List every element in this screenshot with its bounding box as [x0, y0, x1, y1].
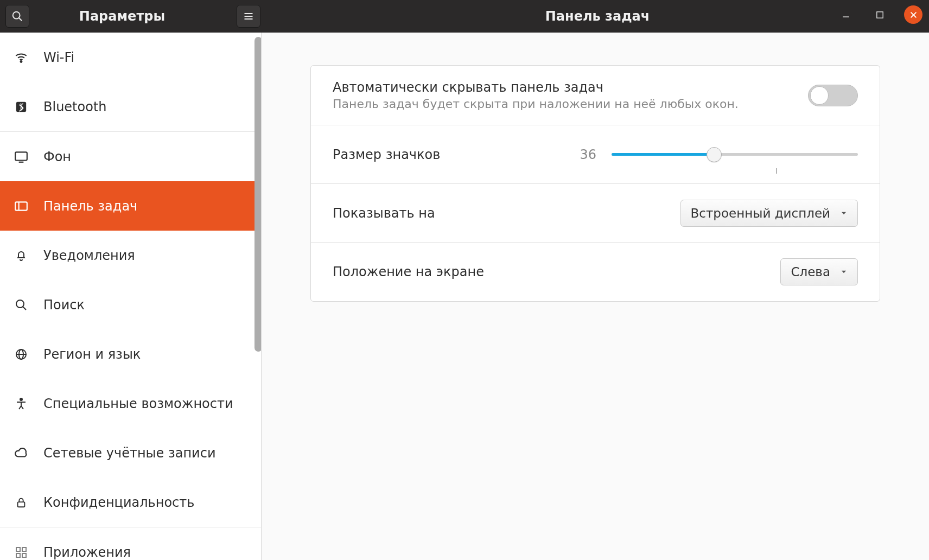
- svg-rect-20: [18, 502, 25, 507]
- show-on-label: Показывать на: [333, 206, 435, 221]
- settings-panel: Автоматически скрывать панель задач Пане…: [310, 65, 880, 302]
- app-title: Параметры: [8, 9, 237, 24]
- svg-rect-21: [16, 548, 20, 551]
- lock-icon: [14, 495, 28, 510]
- sidebar-item-region[interactable]: Регион и язык: [0, 329, 261, 379]
- headerbar: Параметры Панель задач: [0, 0, 929, 33]
- svg-rect-22: [22, 548, 26, 551]
- icon-size-label: Размер значков: [333, 147, 440, 162]
- page-title: Панель задач: [545, 9, 650, 24]
- slider-fill: [612, 153, 714, 156]
- switch-knob: [810, 86, 829, 105]
- slider-track: [612, 153, 858, 156]
- sidebar-item-label: Конфиденциальность: [43, 495, 194, 510]
- row-icon-size: Размер значков 36: [311, 125, 880, 184]
- show-on-value: Встроенный дисплей: [691, 206, 830, 220]
- content: Автоматически скрывать панель задач Пане…: [262, 33, 929, 560]
- position-label: Положение на экране: [333, 264, 484, 279]
- slider-tick: [776, 168, 777, 174]
- minimize-button[interactable]: [837, 5, 855, 24]
- sidebar-item-label: Панель задач: [43, 199, 137, 214]
- sidebar-item-dock[interactable]: Панель задач: [0, 181, 261, 231]
- sidebar-item-background[interactable]: Фон: [0, 132, 261, 181]
- sidebar-item-apps[interactable]: Приложения: [0, 527, 261, 560]
- row-position: Положение на экране Слева: [311, 243, 880, 301]
- sidebar-item-online-accounts[interactable]: Сетевые учётные записи: [0, 428, 261, 478]
- sidebar-item-label: Приложения: [43, 545, 131, 560]
- sidebar-item-label: Уведомления: [43, 248, 135, 263]
- svg-rect-6: [876, 11, 882, 17]
- cloud-icon: [14, 446, 28, 460]
- window-controls: [837, 5, 922, 24]
- sidebar-item-label: Bluetooth: [43, 99, 107, 114]
- scrollbar[interactable]: [254, 37, 262, 352]
- icon-size-slider[interactable]: [612, 145, 858, 164]
- position-combo[interactable]: Слева: [780, 258, 858, 285]
- icon-size-control: 36: [572, 145, 858, 164]
- maximize-button[interactable]: [870, 5, 889, 24]
- row-show-on: Показывать на Встроенный дисплей: [311, 184, 880, 243]
- svg-rect-11: [15, 152, 27, 160]
- autohide-title: Автоматически скрывать панель задач: [333, 80, 808, 95]
- sidebar-item-label: Регион и язык: [43, 347, 141, 362]
- hamburger-icon: [243, 11, 254, 22]
- sidebar-item-label: Wi-Fi: [43, 50, 74, 65]
- position-value: Слева: [791, 265, 830, 279]
- sidebar-item-bluetooth[interactable]: Bluetooth: [0, 82, 261, 131]
- svg-point-19: [20, 398, 22, 400]
- sidebar-list: Wi-Fi Bluetooth Фон: [0, 33, 261, 560]
- svg-line-15: [23, 307, 26, 310]
- wifi-icon: [14, 50, 28, 65]
- bell-icon: [14, 249, 28, 263]
- sidebar-item-label: Специальные возможности: [43, 396, 233, 411]
- dock-icon: [14, 199, 28, 213]
- show-on-combo[interactable]: Встроенный дисплей: [680, 200, 858, 227]
- headerbar-left: Параметры: [0, 0, 266, 33]
- globe-icon: [14, 347, 28, 361]
- accessibility-icon: [14, 397, 28, 411]
- search-icon: [14, 298, 28, 312]
- svg-rect-24: [22, 553, 26, 557]
- svg-rect-23: [16, 553, 20, 557]
- close-icon: [909, 10, 918, 20]
- sidebar: Wi-Fi Bluetooth Фон: [0, 33, 262, 560]
- sidebar-item-privacy[interactable]: Конфиденциальность: [0, 478, 261, 527]
- chevron-down-icon: [840, 268, 848, 276]
- close-button[interactable]: [904, 5, 922, 24]
- autohide-switch[interactable]: [808, 85, 858, 106]
- icon-size-value: 36: [572, 147, 596, 162]
- headerbar-right: Панель задач: [266, 0, 929, 33]
- row-autohide: Автоматически скрывать панель задач Пане…: [311, 66, 880, 125]
- hamburger-button[interactable]: [237, 5, 260, 28]
- maximize-icon: [875, 10, 885, 20]
- autohide-subtitle: Панель задач будет скрыта при наложении …: [333, 97, 808, 111]
- row-labels: Автоматически скрывать панель задач Пане…: [333, 80, 808, 111]
- sidebar-item-wifi[interactable]: Wi-Fi: [0, 33, 261, 82]
- sidebar-item-accessibility[interactable]: Специальные возможности: [0, 379, 261, 428]
- svg-point-9: [21, 61, 22, 62]
- slider-thumb[interactable]: [707, 147, 722, 162]
- sidebar-item-notifications[interactable]: Уведомления: [0, 231, 261, 280]
- sidebar-item-search[interactable]: Поиск: [0, 280, 261, 329]
- chevron-down-icon: [840, 209, 848, 217]
- svg-rect-12: [15, 202, 27, 210]
- sidebar-item-label: Поиск: [43, 297, 85, 313]
- sidebar-item-label: Фон: [43, 149, 71, 164]
- background-icon: [14, 150, 28, 164]
- bluetooth-icon: [14, 100, 28, 114]
- sidebar-item-label: Сетевые учётные записи: [43, 446, 215, 461]
- minimize-icon: [841, 9, 851, 20]
- apps-icon: [14, 545, 28, 559]
- svg-point-14: [16, 300, 24, 308]
- body: Wi-Fi Bluetooth Фон: [0, 33, 929, 560]
